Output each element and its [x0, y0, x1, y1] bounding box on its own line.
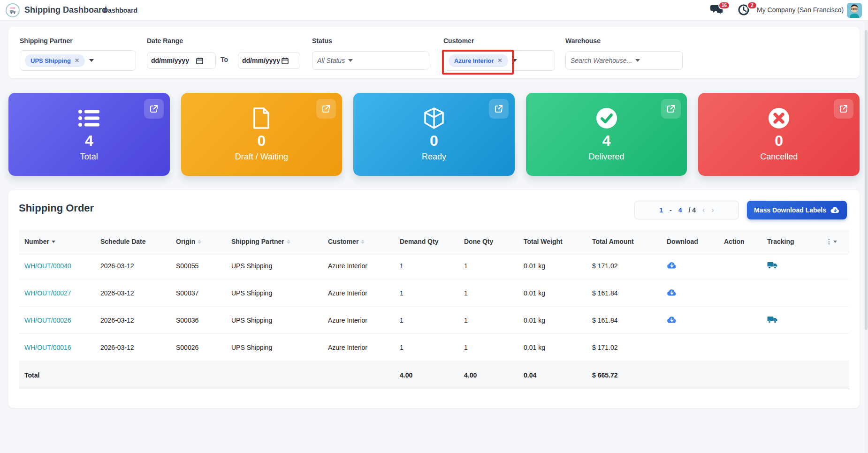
date-to-field[interactable] [238, 52, 300, 69]
open-external-button[interactable] [316, 99, 336, 119]
filter-warehouse: Warehouse Search Warehouse... [565, 27, 683, 78]
stat-card-delivered[interactable]: 4 Delivered [526, 93, 687, 176]
app-logo-icon[interactable]: 0000 [6, 3, 20, 17]
stat-value: 4 [85, 133, 93, 148]
tracking-truck-icon[interactable] [767, 261, 778, 269]
check-circle-icon [596, 107, 617, 129]
mass-download-labels-button[interactable]: Mass Download Labels [747, 201, 847, 219]
sort-icon [287, 240, 290, 244]
open-external-button[interactable] [489, 99, 509, 119]
status-select[interactable]: All Status [312, 51, 429, 70]
warehouse-search[interactable]: Search Warehouse... [565, 51, 683, 70]
remove-tag-icon[interactable]: ✕ [75, 57, 79, 64]
schedule-date-cell: 2026-03-12 [100, 289, 176, 297]
stat-card-cancelled[interactable]: 0 Cancelled [698, 93, 860, 176]
order-number-link[interactable]: WH/OUT/00040 [24, 262, 71, 270]
chevron-down-icon [833, 241, 837, 243]
total-weight-sum: 0.04 [524, 371, 592, 379]
col-header-number[interactable]: Number [19, 238, 100, 245]
date-to-input[interactable] [242, 57, 280, 64]
activities-button[interactable]: 2 [738, 4, 752, 18]
calendar-icon[interactable] [196, 57, 203, 64]
col-header-total-amount[interactable]: Total Amount [592, 238, 667, 245]
shipping-order-section: Shipping Order 1 - 4 / 4 ‹ › Mass Downlo… [8, 190, 860, 408]
open-external-button[interactable] [661, 99, 681, 119]
messages-badge: 16 [718, 1, 730, 9]
customer-select[interactable]: Azure Interior ✕ [443, 50, 555, 71]
stat-label: Total [80, 152, 98, 162]
page-scrollbar[interactable] [864, 21, 868, 453]
order-number-link[interactable]: WH/OUT/00027 [24, 289, 71, 297]
order-number-link[interactable]: WH/OUT/00016 [24, 344, 71, 351]
table-row: WH/OUT/00026 2026-03-12 S00036 UPS Shipp… [19, 307, 849, 334]
total-weight-cell: 0.01 kg [524, 317, 592, 324]
stat-label: Ready [422, 152, 446, 162]
shipping-partner-tag[interactable]: UPS Shipping ✕ [25, 54, 85, 67]
total-weight-cell: 0.01 kg [524, 344, 592, 351]
filter-status: Status All Status [312, 27, 429, 78]
col-header-schedule-date[interactable]: Schedule Date [100, 238, 176, 245]
pager-next-icon[interactable]: › [711, 206, 714, 214]
chevron-down-icon[interactable] [635, 59, 640, 62]
customer-cell: Azure Interior [328, 289, 400, 297]
col-header-done-qty[interactable]: Done Qty [464, 238, 524, 245]
pager-end[interactable]: 4 [678, 206, 682, 214]
pager-start[interactable]: 1 [659, 206, 663, 214]
order-number-link[interactable]: WH/OUT/00026 [24, 317, 71, 324]
col-header-total-weight[interactable]: Total Weight [524, 238, 592, 245]
col-header-demand-qty[interactable]: Demand Qty [400, 238, 464, 245]
open-external-button[interactable] [834, 99, 853, 119]
shipping-partner-select[interactable]: UPS Shipping ✕ [20, 50, 136, 71]
stat-card-total[interactable]: 4 Total [8, 93, 170, 176]
company-switcher[interactable]: My Company (San Francisco) [757, 6, 844, 14]
calendar-icon[interactable] [282, 57, 289, 64]
date-from-input[interactable] [151, 57, 194, 64]
col-header-customer[interactable]: Customer [328, 238, 400, 245]
warehouse-placeholder: Search Warehouse... [571, 57, 632, 64]
date-from-field[interactable] [147, 52, 216, 69]
filter-customer: Customer Azure Interior ✕ [443, 27, 555, 78]
schedule-date-cell: 2026-03-12 [100, 344, 176, 351]
demand-qty-cell: 1 [400, 262, 464, 270]
column-options-button[interactable]: ⋮ [826, 238, 849, 245]
done-qty-cell: 1 [464, 344, 524, 351]
col-header-action: Action [724, 238, 767, 245]
user-avatar[interactable] [847, 3, 862, 18]
total-weight-cell: 0.01 kg [524, 289, 592, 297]
total-label: Total [19, 371, 100, 379]
chevron-down-icon[interactable] [512, 59, 517, 62]
col-header-shipping-partner[interactable]: Shipping Partner [231, 238, 328, 245]
section-title: Shipping Order [19, 202, 94, 214]
nav-dashboard[interactable]: Dashboard [103, 7, 137, 14]
col-header-download: Download [667, 238, 724, 245]
stat-label: Cancelled [760, 152, 798, 162]
filters-panel: Shipping Partner UPS Shipping ✕ Date Ran… [8, 27, 860, 78]
cloud-download-icon [830, 206, 840, 214]
topbar: 0000 Shipping Dashboard Dashboard 16 2 M… [0, 0, 868, 21]
cube-icon [423, 107, 445, 129]
stat-card-ready[interactable]: 0 Ready [353, 93, 515, 176]
origin-cell: S00036 [176, 317, 231, 324]
total-amount-cell: $ 161.84 [592, 317, 667, 324]
open-external-button[interactable] [144, 99, 164, 119]
chevron-down-icon[interactable] [89, 59, 94, 62]
remove-tag-icon[interactable]: ✕ [498, 57, 503, 64]
messages-button[interactable]: 16 [710, 4, 724, 18]
chevron-down-icon[interactable] [348, 59, 353, 62]
download-cloud-icon[interactable] [667, 261, 677, 269]
pager-prev-icon[interactable]: ‹ [702, 206, 705, 214]
stat-card-draft-waiting[interactable]: 0 Draft / Waiting [181, 93, 343, 176]
table-row: WH/OUT/00027 2026-03-12 S00037 UPS Shipp… [19, 279, 849, 307]
scrollbar-thumb[interactable] [865, 30, 868, 330]
download-cloud-icon[interactable] [667, 288, 677, 296]
origin-cell: S00037 [176, 289, 231, 297]
document-icon [252, 107, 270, 129]
shipping-partner-cell: UPS Shipping [231, 289, 328, 297]
done-qty-cell: 1 [464, 289, 524, 297]
download-cloud-icon[interactable] [667, 316, 677, 324]
total-amount-cell: $ 171.02 [592, 262, 667, 270]
table-header-row: Number Schedule Date Origin Shipping Par… [19, 231, 849, 252]
tracking-truck-icon[interactable] [767, 316, 778, 324]
col-header-origin[interactable]: Origin [176, 238, 231, 245]
customer-tag[interactable]: Azure Interior ✕ [449, 54, 508, 67]
